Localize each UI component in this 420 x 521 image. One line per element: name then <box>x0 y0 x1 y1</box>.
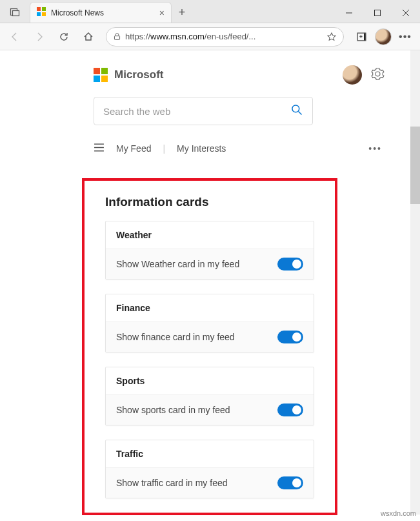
svg-rect-5 <box>42 12 46 16</box>
browser-titlebar: Microsoft News × + <box>0 0 420 23</box>
user-avatar[interactable] <box>343 65 362 85</box>
card-weather: Weather Show Weather card in my feed <box>105 221 314 280</box>
search-icon[interactable] <box>290 103 303 119</box>
browser-toolbar: https://www.msn.com/en-us/feed/... ••• <box>0 23 420 50</box>
maximize-button[interactable] <box>363 3 392 23</box>
ellipsis-icon: ••• <box>399 31 412 43</box>
refresh-button[interactable] <box>53 26 75 48</box>
profile-avatar[interactable] <box>375 28 392 45</box>
msn-favicon <box>37 7 46 19</box>
site-info-icon <box>113 32 121 41</box>
window-controls <box>335 3 420 23</box>
svg-line-13 <box>299 112 302 115</box>
browser-tab[interactable]: Microsoft News × <box>30 2 172 23</box>
forward-button[interactable] <box>28 26 50 48</box>
svg-rect-7 <box>375 10 381 16</box>
home-button[interactable] <box>77 26 99 48</box>
feed-nav: My Feed | My Interests ••• <box>94 134 385 163</box>
svg-rect-10 <box>114 36 119 40</box>
page-viewport: Microsoft My Feed | My Interests ••• Inf… <box>0 50 420 521</box>
card-desc: Show finance card in my feed <box>116 332 235 342</box>
favorites-icon[interactable] <box>326 32 337 42</box>
collections-button[interactable] <box>350 26 372 48</box>
tab-actions-button[interactable] <box>3 2 27 23</box>
gear-icon <box>371 67 385 81</box>
card-finance: Finance Show finance card in my feed <box>105 294 314 352</box>
search-box[interactable] <box>94 97 313 125</box>
nav-my-interests[interactable]: My Interests <box>177 143 226 154</box>
toggle-weather[interactable] <box>277 258 303 271</box>
search-input[interactable] <box>103 106 290 117</box>
card-desc: Show sports card in my feed <box>116 405 230 415</box>
svg-rect-1 <box>13 11 19 16</box>
close-window-button[interactable] <box>392 3 420 23</box>
minimize-button[interactable] <box>335 3 363 23</box>
nav-my-feed[interactable]: My Feed <box>116 143 151 154</box>
card-title: Finance <box>106 294 314 322</box>
settings-button[interactable] <box>371 67 385 83</box>
card-title: Weather <box>106 221 314 249</box>
svg-rect-4 <box>37 12 41 16</box>
scrollbar-track[interactable] <box>410 50 420 515</box>
settings-menu-button[interactable]: ••• <box>394 26 416 48</box>
new-tab-button[interactable]: + <box>172 2 192 23</box>
svg-rect-2 <box>37 7 41 11</box>
svg-rect-3 <box>42 7 46 11</box>
section-title: Information cards <box>105 195 314 209</box>
toggle-sports[interactable] <box>277 404 303 416</box>
scrollbar-thumb[interactable] <box>410 127 420 204</box>
card-title: Traffic <box>106 440 314 468</box>
card-traffic: Traffic Show traffic card in my feed <box>105 440 314 498</box>
toggle-traffic[interactable] <box>277 476 303 489</box>
microsoft-logo-icon <box>94 68 108 82</box>
svg-point-12 <box>292 105 299 112</box>
back-button[interactable] <box>4 26 26 48</box>
site-header: Microsoft <box>94 57 385 93</box>
toggle-finance[interactable] <box>277 331 303 343</box>
tab-title: Microsoft News <box>51 8 154 17</box>
nav-separator: | <box>163 143 165 154</box>
brand-name: Microsoft <box>114 68 164 81</box>
address-bar[interactable]: https://www.msn.com/en-us/feed/... <box>106 27 344 46</box>
card-desc: Show traffic card in my feed <box>116 478 227 488</box>
hamburger-icon[interactable] <box>94 142 105 155</box>
highlight-annotation: Information cards Weather Show Weather c… <box>82 178 337 515</box>
card-desc: Show Weather card in my feed <box>116 259 239 269</box>
tab-close-button[interactable]: × <box>159 8 165 18</box>
nav-more-button[interactable]: ••• <box>368 143 385 154</box>
card-sports: Sports Show sports card in my feed <box>105 367 314 425</box>
watermark: wsxdn.com <box>381 509 416 517</box>
url-text: https://www.msn.com/en-us/feed/... <box>125 32 323 41</box>
card-title: Sports <box>106 367 314 395</box>
tab-actions-icon <box>10 7 20 17</box>
